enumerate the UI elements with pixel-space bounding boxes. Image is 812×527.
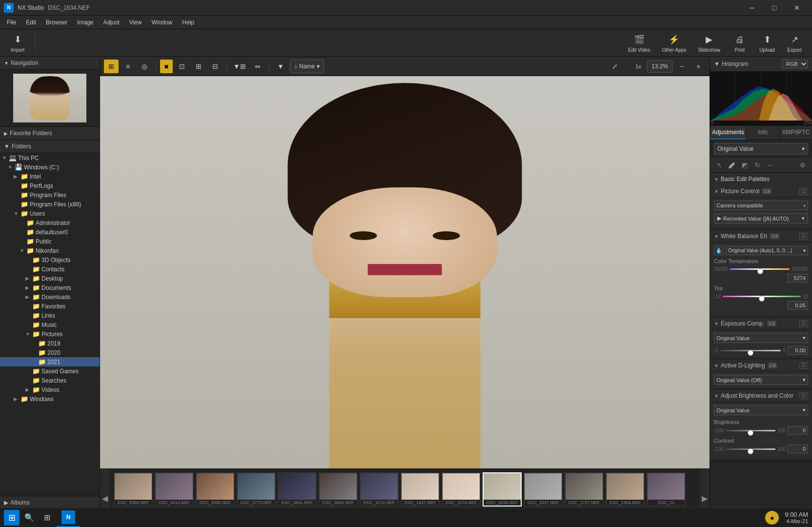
wb-colortemp-slider[interactable] <box>730 265 790 273</box>
film-thumb-0580[interactable]: DSC_0580.NEF <box>196 472 235 507</box>
map-view-button[interactable]: ◎ <box>137 60 152 73</box>
compare-button[interactable]: ⇔ <box>250 60 265 73</box>
tree-item-nikonfan[interactable]: ▼ 📁 Nikonfan <box>0 246 100 255</box>
grid-size-button[interactable]: ⊡ <box>175 60 189 73</box>
tree-item-windows-c[interactable]: ▼ 💾 Windows (C:) <box>0 162 100 172</box>
bright-thumb[interactable] <box>748 430 753 436</box>
ec-value-input[interactable] <box>788 346 808 355</box>
menu-window[interactable]: Window <box>147 17 178 28</box>
film-thumb-0366[interactable]: DSC_0366.NEF <box>114 472 153 507</box>
adl-value-dropdown[interactable]: Original Value (Off) ▾ <box>714 375 808 385</box>
menu-image[interactable]: Image <box>72 17 98 28</box>
contrast-value-input[interactable] <box>788 445 808 453</box>
tree-item-2019[interactable]: ▶ 📁 2019 <box>0 339 100 348</box>
tree-item-3dobjects[interactable]: ▶ 📁 3D Objects <box>0 255 100 264</box>
pc-recorded-value[interactable]: ▶ Recorded Value ([A] AUTO) ▾ <box>714 213 808 223</box>
pc-camera-compat-dropdown[interactable]: Camera compatible ▾ <box>714 201 808 210</box>
wb-toggle[interactable]: ☐ <box>799 233 808 240</box>
ec-toggle[interactable]: ☐ <box>799 320 808 327</box>
wb-eyedropper[interactable]: 💧 <box>714 245 724 255</box>
menu-adjust[interactable]: Adjust <box>98 17 124 28</box>
film-thumb-0942[interactable]: DSC_0942.NEF <box>319 472 358 507</box>
wb-tint-value-input[interactable] <box>788 301 808 310</box>
maximize-button[interactable]: □ <box>763 0 786 16</box>
adj-tool-rotate[interactable]: ↻ <box>752 160 763 170</box>
wb-tint-slider[interactable] <box>723 292 800 300</box>
contrast-thumb[interactable] <box>748 448 753 454</box>
bc-value-dropdown[interactable]: Original Value ▾ <box>714 405 808 415</box>
film-thumb-0414[interactable]: DSC_0414.NEF <box>155 472 194 507</box>
brightness-value-input[interactable] <box>788 426 808 435</box>
tree-item-desktop[interactable]: ▶ 📁 Desktop <box>0 274 100 283</box>
tree-item-music[interactable]: ▶ 📁 Music <box>0 320 100 329</box>
contrast-slider[interactable] <box>726 445 775 453</box>
exposure-comp-header[interactable]: ▼ Exposure Comp. 2.8 ☐ <box>710 318 812 330</box>
basic-edit-header[interactable]: ▼ Basic Edit Palettes <box>710 173 812 185</box>
adj-tool-flip[interactable]: ↔ <box>765 160 775 170</box>
film-thumb-1637[interactable]: DSC_1637.NEF <box>524 472 563 507</box>
color-filter-button[interactable]: ■ <box>160 60 173 73</box>
brightness-color-header[interactable]: ▼ Adjust Brightness and Color ☐ <box>710 390 812 402</box>
wb-ct-thumb[interactable] <box>757 268 763 274</box>
list-view-button[interactable]: ≡ <box>121 60 135 73</box>
tree-item-videos[interactable]: ▶ 📁 Videos <box>0 385 100 394</box>
pc-toggle[interactable]: ☐ <box>799 188 808 195</box>
adl-toggle[interactable]: ☐ <box>799 362 808 369</box>
histogram-channel-select[interactable]: RGB <box>782 60 808 68</box>
wb-tint-thumb[interactable] <box>759 296 765 302</box>
menu-file[interactable]: File <box>2 17 21 28</box>
tree-item-users[interactable]: ▼ 📁 Users <box>0 209 100 218</box>
brightness-slider[interactable] <box>726 426 775 434</box>
grid-size3-button[interactable]: ⊟ <box>208 60 223 73</box>
import-button[interactable]: ⬇ Import <box>6 31 29 55</box>
grid-view-button[interactable]: ⊞ <box>104 60 119 73</box>
tree-item-public[interactable]: ▶ 📁 Public <box>0 237 100 246</box>
ec-value-dropdown[interactable]: Original Value ▾ <box>714 333 808 343</box>
fit-view-button[interactable]: ⤢ <box>600 60 629 73</box>
bc-toggle[interactable]: ☐ <box>799 392 808 399</box>
edit-video-button[interactable]: 🎬 Edit Video <box>624 31 654 55</box>
tree-item-documents[interactable]: ▶ 📁 Documents <box>0 283 100 292</box>
menu-help[interactable]: Help <box>177 17 199 28</box>
search-taskbar-button[interactable]: 🔍 <box>21 510 37 526</box>
taskview-button[interactable]: ⊞ <box>39 510 55 526</box>
tree-item-windows[interactable]: ▶ 📁 Windows <box>0 394 100 404</box>
ec-thumb[interactable] <box>748 350 753 356</box>
print-button[interactable]: 🖨 Print <box>728 31 751 55</box>
tree-item-thispc[interactable]: ▼ 💻 This PC <box>0 153 100 162</box>
adj-tool-eyedropper[interactable]: 💉 <box>727 160 737 170</box>
tab-adjustments[interactable]: Adjustments <box>710 126 747 140</box>
tree-item-links[interactable]: ▶ 📁 Links <box>0 311 100 320</box>
tree-item-administrator[interactable]: ▶ 📁 Administrator <box>0 218 100 227</box>
slideshow-button[interactable]: ▶ Slideshow <box>694 31 724 55</box>
tree-item-defaultuser0[interactable]: ▶ 📁 defaultuser0 <box>0 227 100 237</box>
tab-info[interactable]: Info <box>747 126 779 140</box>
close-button[interactable]: ✕ <box>786 0 808 16</box>
picture-control-header[interactable]: ▼ Picture Control 2.8 ☐ <box>710 185 812 198</box>
filter-icon-button[interactable]: ▼ <box>273 60 288 73</box>
favorite-folders-header[interactable]: ▶ Favorite Folders <box>0 127 100 140</box>
minimize-button[interactable]: ─ <box>741 0 763 16</box>
tree-item-intel[interactable]: ▶ 📁 Intel <box>0 172 100 181</box>
tree-item-programfiles[interactable]: ▶ 📁 Program Files <box>0 190 100 200</box>
nx-studio-taskbar-button[interactable]: N <box>57 508 80 527</box>
tree-item-savedgames[interactable]: ▶ 📁 Saved Games <box>0 366 100 376</box>
film-thumb-1984[interactable]: DSC_1984.NEF <box>606 472 645 507</box>
tree-item-2021[interactable]: ▶ 📁 2021 <box>0 357 100 366</box>
upload-button[interactable]: ⬆ Upload <box>755 31 779 55</box>
tree-item-perflogs[interactable]: ▶ 📁 PerfLogs <box>0 181 100 190</box>
right-panel-collapse[interactable]: ◀ <box>710 282 710 302</box>
active-dlighting-header[interactable]: ▼ Active D-Lighting 2.8 ☐ <box>710 360 812 372</box>
other-apps-button[interactable]: ⚡ Other Apps <box>658 31 690 55</box>
navigation-header[interactable]: ▼ Navigation <box>0 57 100 70</box>
adj-tool-stamp[interactable]: ◩ <box>739 160 750 170</box>
tab-xmpiptc[interactable]: XMP/IPTC <box>780 126 812 140</box>
tree-item-programfilesx86[interactable]: ▶ 📁 Program Files (x86) <box>0 200 100 209</box>
adj-tool-cursor[interactable]: ↖ <box>714 160 725 170</box>
film-thumb-1574[interactable]: DSC_1574.NEF <box>442 472 481 507</box>
zoom-100-button[interactable]: 1x <box>631 60 645 73</box>
export-button[interactable]: ↗ Export <box>783 31 806 55</box>
folders-header[interactable]: ▼ Folders <box>0 140 100 153</box>
start-button[interactable]: ⊞ <box>4 510 20 526</box>
tree-item-favorites[interactable]: ▶ 📁 Favorites <box>0 302 100 311</box>
